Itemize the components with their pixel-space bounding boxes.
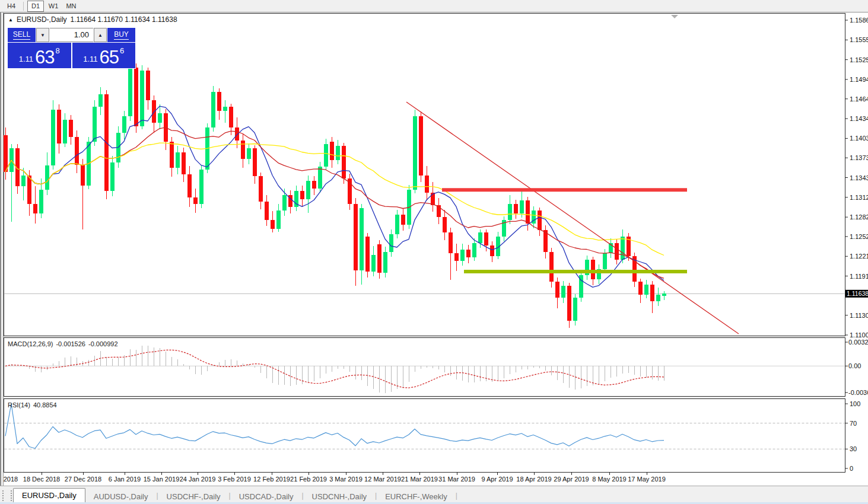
- svg-text:30: 30: [850, 445, 857, 452]
- svg-text:1.14645: 1.14645: [850, 95, 868, 103]
- svg-text:100: 100: [850, 400, 860, 407]
- timeframe-toolbar: H4 D1 W1 MN: [0, 0, 868, 12]
- svg-text:24 Jan 2019: 24 Jan 2019: [180, 476, 216, 483]
- chart-tab-bar: EURUSD-,Daily AUDUSD-,Daily | USDCHF-,Da…: [0, 486, 868, 502]
- svg-text:12 Mar 2019: 12 Mar 2019: [364, 476, 401, 483]
- svg-text:1.12215: 1.12215: [850, 253, 868, 260]
- svg-text:1.13125: 1.13125: [850, 194, 868, 201]
- one-click-trade-panel: SELL ▼ 1.00 ▲ BUY 1.11 63 8 1.11 65 6: [7, 27, 136, 69]
- sell-price-prefix: 1.11: [19, 55, 33, 65]
- macd-indicator-label: MACD(12,26,9): [8, 340, 53, 347]
- timeframe-button-d1[interactable]: D1: [27, 1, 44, 12]
- macd-signal-value: -0.000992: [88, 340, 118, 347]
- sell-price-box[interactable]: 1.11 63 8: [8, 43, 71, 68]
- svg-text:1.11638: 1.11638: [847, 290, 868, 297]
- window-left-frame: [0, 12, 4, 504]
- volume-input[interactable]: 1.00: [50, 28, 93, 42]
- rsi-indicator-label: RSI(14): [8, 401, 30, 409]
- tab-separator: |: [456, 492, 457, 500]
- svg-text:0.00: 0.00: [848, 362, 861, 369]
- svg-text:70: 70: [850, 420, 857, 427]
- volume-increase-button[interactable]: ▲: [94, 28, 107, 42]
- macd-label-row: MACD(12,26,9) -0.001526 -0.000992: [8, 340, 118, 347]
- buy-button-label: BUY: [114, 30, 129, 40]
- tab-usdcad-daily[interactable]: USDCAD-,Daily: [231, 490, 302, 502]
- svg-text:1.11910: 1.11910: [850, 273, 868, 280]
- chart-collapse-icon[interactable]: ▲: [8, 17, 13, 23]
- chart-canvas[interactable]: 1.158601.155551.152501.149451.146451.143…: [0, 0, 868, 504]
- svg-text:31 Mar 2019: 31 Mar 2019: [438, 476, 475, 483]
- svg-text:9 Apr 2019: 9 Apr 2019: [481, 476, 513, 483]
- svg-text:1.14340: 1.14340: [850, 115, 868, 122]
- mt4-terminal-window: H4 D1 W1 MN 1.158601.155551.152501.14945…: [0, 0, 868, 504]
- timeframe-button-h4[interactable]: H4: [3, 1, 20, 12]
- svg-text:0: 0: [850, 465, 853, 472]
- chevron-up-icon: ▲: [98, 33, 103, 38]
- sell-price-main: 63: [35, 50, 54, 65]
- svg-text:1.15555: 1.15555: [850, 36, 868, 43]
- svg-text:6 Jan 2019: 6 Jan 2019: [109, 476, 141, 483]
- macd-main-value: -0.001526: [56, 340, 85, 347]
- sell-button[interactable]: SELL: [8, 28, 36, 42]
- svg-text:17 May 2019: 17 May 2019: [628, 476, 666, 483]
- chart-symbol-label: EURUSD-,Daily: [17, 15, 67, 24]
- buy-price-pipette: 6: [120, 47, 124, 65]
- timeframe-button-w1[interactable]: W1: [45, 1, 62, 12]
- svg-text:15 Jan 2019: 15 Jan 2019: [144, 476, 180, 483]
- svg-text:3 Mar 2019: 3 Mar 2019: [329, 476, 363, 483]
- toolbar-separator: [23, 2, 24, 11]
- svg-text:18 Apr 2019: 18 Apr 2019: [516, 476, 551, 483]
- svg-text:18 Dec 2018: 18 Dec 2018: [23, 476, 60, 483]
- svg-text:1.13735: 1.13735: [850, 154, 868, 161]
- svg-text:1.12820: 1.12820: [850, 213, 868, 221]
- svg-text:-0.00365: -0.00365: [848, 389, 868, 396]
- rsi-label-row: RSI(14) 40.8854: [8, 401, 57, 409]
- svg-text:21 Mar 2019: 21 Mar 2019: [401, 476, 438, 483]
- svg-text:1.11000: 1.11000: [850, 331, 868, 339]
- tab-audusd-daily[interactable]: AUDUSD-,Daily: [85, 490, 157, 502]
- sell-button-label: SELL: [13, 30, 30, 40]
- svg-text:1.14035: 1.14035: [850, 135, 868, 142]
- timeframe-button-mn[interactable]: MN: [63, 1, 80, 12]
- svg-text:1.12520: 1.12520: [850, 233, 868, 240]
- buy-button[interactable]: BUY: [107, 28, 135, 42]
- tab-eurusd-daily[interactable]: EURUSD-,Daily: [13, 488, 85, 502]
- volume-decrease-button[interactable]: ▼: [36, 28, 49, 42]
- buy-price-main: 65: [100, 50, 119, 65]
- buy-price-box[interactable]: 1.11 65 6: [72, 43, 136, 68]
- rsi-value: 40.8854: [33, 401, 57, 409]
- svg-text:29 Apr 2019: 29 Apr 2019: [554, 476, 589, 483]
- svg-text:3 Feb 2019: 3 Feb 2019: [218, 476, 251, 483]
- svg-text:1.15250: 1.15250: [850, 56, 868, 63]
- buy-price-prefix: 1.11: [83, 55, 97, 65]
- tab-usdchf-daily[interactable]: USDCHF-,Daily: [158, 490, 229, 502]
- svg-text:12 Feb 2019: 12 Feb 2019: [253, 476, 290, 483]
- chart-title: ▲ EURUSD-,Daily 1.11664 1.11670 1.11634 …: [8, 15, 177, 24]
- chart-ohlc-values: 1.11664 1.11670 1.11634 1.11638: [71, 15, 177, 24]
- svg-text:21 Feb 2019: 21 Feb 2019: [290, 476, 327, 483]
- tab-usdcnh-daily[interactable]: USDCNH-,Daily: [304, 490, 375, 502]
- svg-text:1.14945: 1.14945: [850, 76, 868, 83]
- svg-text:27 Dec 2018: 27 Dec 2018: [65, 476, 101, 483]
- svg-text:1.11305: 1.11305: [850, 312, 868, 319]
- tab-eurchf-weekly[interactable]: EURCHF-,Weekly: [377, 490, 456, 502]
- svg-text:8 May 2019: 8 May 2019: [592, 476, 626, 483]
- sell-price-pipette: 8: [56, 47, 60, 65]
- svg-text:1.15860: 1.15860: [850, 17, 868, 24]
- svg-text:1.13430: 1.13430: [850, 174, 868, 181]
- svg-text:0.003287: 0.003287: [848, 339, 868, 346]
- chevron-down-icon: ▼: [40, 33, 45, 38]
- tabbar-grip-icon[interactable]: [2, 490, 12, 501]
